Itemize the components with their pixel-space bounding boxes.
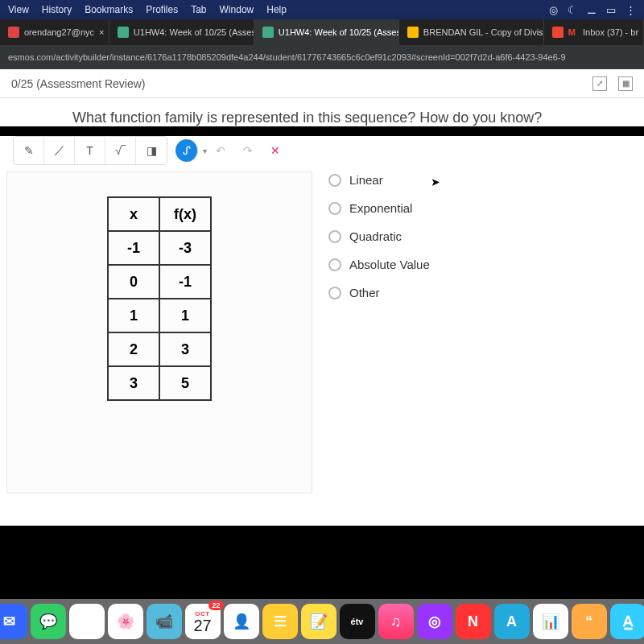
radio-icon [328,287,341,299]
th-x: x [108,197,159,231]
dock-area: 🧭 ✉︎ 💬 🗺 🌸 📹 OCT 27 👤 ☰ 📝 étv ♫ ◎ N A 📊 … [0,584,644,644]
pencil-tool[interactable]: ✎ [14,137,44,164]
tab-u1hw4-a[interactable]: U1HW4: Week of 10/25 (Asses× [109,19,254,45]
menu-history[interactable]: History [42,4,72,15]
fullscreen-icon[interactable]: ⤢ [592,76,607,91]
mac-menubar: View History Bookmarks Profiles Tab Wind… [0,0,644,19]
dock: 🧭 ✉︎ 💬 🗺 🌸 📹 OCT 27 👤 ☰ 📝 étv ♫ ◎ N A 📊 … [0,599,644,644]
option-quadratic[interactable]: Quadratic [328,229,430,243]
news-icon[interactable]: N [456,604,491,639]
address-bar[interactable]: esmos.com/activitybuilder/instance/6176a… [0,45,644,69]
sketch-canvas[interactable]: xf(x) -1-3 0-1 11 23 35 [6,171,312,493]
notes-icon[interactable]: 📝 [301,604,336,639]
photos-icon[interactable]: 🌸 [108,604,143,639]
wifi-icon[interactable]: ⋮ [625,4,636,16]
option-other[interactable]: Other [328,286,430,299]
table-row: 23 [108,332,211,366]
menu-view[interactable]: View [8,4,29,15]
tab-u1hw4-b[interactable]: U1HW4: Week of 10/25 (Asses× [254,19,399,45]
music-icon[interactable]: ♫ [378,604,414,639]
tab-inbox[interactable]: MInbox (37) - br [544,19,644,45]
menu-bookmarks[interactable]: Bookmarks [85,4,133,15]
url-text: esmos.com/activitybuilder/instance/6176a… [8,52,566,62]
table-row: -1-3 [108,231,211,265]
numbers-icon[interactable]: 📊 [533,604,568,639]
pages-icon[interactable]: A̲ [610,604,645,639]
status-tray: ◎ ☾ ⚊ ▭ ⋮ [549,4,636,16]
mail-icon[interactable]: ✉︎ [0,604,27,639]
table-row: 0-1 [108,265,211,299]
text-tool[interactable]: T [75,137,105,164]
keynote-icon[interactable]: “ [572,604,607,639]
option-absolute-value[interactable]: Absolute Value [328,258,430,271]
undo-button[interactable]: ↶ [207,137,234,164]
eraser-tool[interactable]: ◨ [136,137,167,164]
menu-help[interactable]: Help [266,4,287,15]
radio-icon [328,230,341,243]
option-linear[interactable]: Linear [328,173,430,187]
menu-window[interactable]: Window [220,4,254,15]
appletv-icon[interactable]: étv [340,604,375,639]
battery-icon[interactable]: ▭ [606,4,616,16]
tab-email[interactable]: orendang27@nyc× [0,19,109,45]
color-ink-button[interactable]: ᔑ [175,139,198,162]
close-icon[interactable]: × [99,27,104,37]
menu-profiles[interactable]: Profiles [146,4,178,15]
sketch-toolbar: ✎ ／ T √‾ ◨ ᔑ ▾ ↶ ↷ ✕ [6,136,644,171]
table-row: 11 [108,299,211,332]
radio-icon [328,258,341,271]
answer-options: Linear Exponential Quadratic Absolute Va… [312,171,430,493]
tab-brendan[interactable]: BRENDAN GIL - Copy of Divis× [399,19,544,45]
contacts-icon[interactable]: 👤 [224,604,259,639]
option-exponential[interactable]: Exponential [328,201,430,215]
calendar-icon[interactable]: OCT 27 [185,604,221,639]
grid-icon[interactable]: ▦ [618,76,633,91]
radio-icon [328,202,341,215]
content-row: xf(x) -1-3 0-1 11 23 35 Linear Exponenti… [0,171,644,526]
maps-icon[interactable]: 🗺 [69,604,105,639]
redo-button[interactable]: ↷ [234,137,262,164]
question-text: What function family is represented in t… [72,109,628,126]
podcasts-icon[interactable]: ◎ [417,604,452,639]
browser-tab-strip: orendang27@nyc× U1HW4: Week of 10/25 (As… [0,19,644,45]
activity-title: 0/25 (Assessment Review) [11,77,146,90]
messages-icon[interactable]: 💬 [31,604,66,639]
radio-icon [328,174,341,187]
calendar-date: OCT 27 [185,604,221,639]
question-area: What function family is represented in t… [0,98,644,126]
facetime-icon[interactable]: 📹 [147,604,182,639]
activity-title-bar: 0/25 (Assessment Review) ⤢ ▦ [0,69,644,98]
math-tool[interactable]: √‾ [105,137,136,164]
appstore-icon[interactable]: A [494,604,530,639]
reminders-icon[interactable]: ☰ [262,604,298,639]
bluetooth-icon[interactable]: ⚊ [587,4,597,16]
shazam-icon[interactable]: ◎ [549,4,558,16]
function-table: xf(x) -1-3 0-1 11 23 35 [107,196,212,401]
moon-icon[interactable]: ☾ [568,4,577,16]
line-tool[interactable]: ／ [44,137,75,164]
clear-button[interactable]: ✕ [262,137,289,164]
menu-tab[interactable]: Tab [191,4,206,15]
th-fx: f(x) [159,197,211,231]
table-row: 35 [108,366,211,400]
